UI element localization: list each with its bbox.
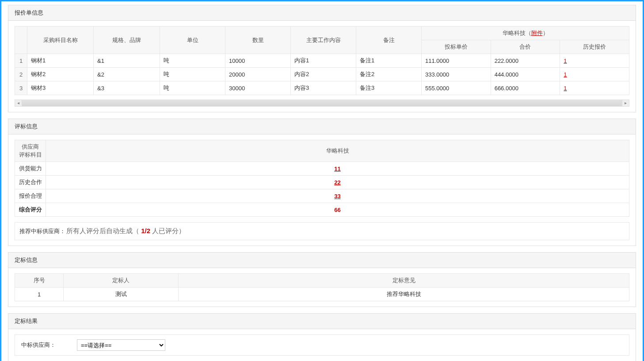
eval-panel-body: 供应商 评标科目 华略科技 供货能力11历史合作22报价合理33综合评分66 推…	[8, 134, 636, 246]
recommend-fraction: 1/2	[141, 227, 150, 234]
eval-header-left-l1: 供应商	[19, 143, 42, 151]
cell-history: 1	[560, 54, 629, 68]
cell-person: 测试	[64, 288, 179, 301]
decision-col-idx: 序号	[15, 274, 64, 288]
quote-panel: 报价单信息 采购科目名称 规格、品牌 单位 数里 主要工作内容 备注 华略科技（…	[8, 5, 636, 112]
cell-unit: 吨	[160, 68, 225, 81]
supplier-name-tail: ）	[543, 30, 549, 36]
eval-table: 供应商 评标科目 华略科技 供货能力11历史合作22报价合理33综合评分66	[15, 140, 629, 217]
cell-total: 222.0000	[491, 54, 560, 68]
decision-col-person: 定标人	[64, 274, 179, 288]
score-value: 66	[334, 207, 340, 213]
cell-note: 备注2	[356, 68, 422, 81]
cell-spec: &1	[94, 54, 160, 68]
cell-unit: 吨	[160, 81, 225, 95]
row-index: 1	[15, 54, 27, 68]
decision-table: 序号 定标人 定标意见 1测试推荐华略科技	[15, 273, 629, 301]
history-link[interactable]: 1	[564, 85, 567, 92]
cell-spec: &2	[94, 68, 160, 81]
row-index: 3	[15, 81, 27, 95]
cell-history: 1	[560, 68, 629, 81]
quote-col-bidprice: 投标单价	[422, 40, 491, 54]
recommend-box: 推荐中标供应商： 所有人评分后自动生成（ 1/2 人已评分）	[15, 222, 629, 240]
cell-work: 内容2	[291, 68, 356, 81]
score-link[interactable]: 22	[334, 179, 340, 186]
recommend-text: 所有人评分后自动生成（ 1/2 人已评分）	[66, 227, 626, 235]
eval-row-label: 供货能力	[15, 162, 46, 176]
cell-history: 1	[560, 81, 629, 95]
eval-header-left-l2: 评标科目	[19, 151, 42, 159]
eval-panel-title: 评标信息	[8, 119, 636, 134]
horizontal-scrollbar[interactable]: ◂ ▸	[15, 100, 629, 107]
cell-unit: 吨	[160, 54, 225, 68]
cell-qty: 30000	[225, 81, 291, 95]
cell-bidprice: 555.0000	[422, 81, 491, 95]
eval-row-label: 综合评分	[15, 203, 46, 217]
cell-spec: &3	[94, 81, 160, 95]
eval-header-supplier: 华略科技	[46, 140, 629, 162]
eval-row-label: 历史合作	[15, 176, 46, 189]
supplier-name: 华略科技（	[503, 30, 531, 36]
quote-col-name: 采购科目名称	[27, 27, 94, 54]
result-panel: 定标结果 中标供应商： ==请选择==	[8, 313, 636, 361]
cell-note: 备注1	[356, 54, 422, 68]
cell-qty: 10000	[225, 54, 291, 68]
quote-col-qty: 数里	[225, 27, 291, 54]
result-panel-body: 中标供应商： ==请选择==	[8, 329, 636, 361]
eval-row-value: 66	[46, 203, 629, 217]
decision-panel-body: 序号 定标人 定标意见 1测试推荐华略科技	[8, 268, 636, 307]
recommend-label: 推荐中标供应商：	[18, 227, 66, 235]
decision-col-opinion: 定标意见	[179, 274, 629, 288]
table-row: 1测试推荐华略科技	[15, 288, 629, 301]
decision-panel-title: 定标信息	[8, 253, 636, 268]
cell-bidprice: 111.0000	[422, 54, 491, 68]
eval-row-value: 22	[46, 176, 629, 189]
cell-opinion: 推荐华略科技	[179, 288, 629, 301]
quote-col-unit: 单位	[160, 27, 225, 54]
cell-name: 钢材2	[27, 68, 94, 81]
quote-panel-body: 采购科目名称 规格、品牌 单位 数里 主要工作内容 备注 华略科技（附件） 投标…	[8, 21, 636, 112]
attachment-link[interactable]: 附件	[531, 30, 543, 36]
eval-header-left: 供应商 评标科目	[15, 140, 46, 162]
scroll-left-icon[interactable]: ◂	[15, 100, 22, 106]
table-row: 1钢材1&1吨10000内容1备注1111.0000222.00001	[15, 54, 629, 68]
cell-name: 钢材3	[27, 81, 94, 95]
quote-table: 采购科目名称 规格、品牌 单位 数里 主要工作内容 备注 华略科技（附件） 投标…	[15, 26, 629, 95]
scroll-track[interactable]	[22, 100, 622, 106]
cell-bidprice: 333.0000	[422, 68, 491, 81]
result-row: 中标供应商： ==请选择==	[15, 334, 629, 356]
history-link[interactable]: 1	[564, 58, 567, 64]
quote-col-idx	[15, 27, 27, 54]
quote-col-total: 合价	[491, 40, 560, 54]
quote-col-supplier-group: 华略科技（附件）	[422, 27, 629, 40]
recommend-prefix: 所有人评分后自动生成（	[66, 227, 139, 234]
eval-row-value: 11	[46, 162, 629, 176]
eval-row-value: 33	[46, 189, 629, 203]
table-row: 2钢材2&2吨20000内容2备注2333.0000444.00001	[15, 68, 629, 81]
score-link[interactable]: 11	[334, 165, 340, 172]
cell-total: 666.0000	[491, 81, 560, 95]
decision-panel: 定标信息 序号 定标人 定标意见 1测试推荐华略科技	[8, 252, 636, 307]
cell-work: 内容1	[291, 54, 356, 68]
recommend-suffix: 人已评分）	[152, 227, 185, 234]
history-link[interactable]: 1	[564, 71, 567, 78]
eval-row-label: 报价合理	[15, 189, 46, 203]
quote-col-note: 备注	[356, 27, 422, 54]
table-row: 报价合理33	[15, 189, 629, 203]
quote-col-work: 主要工作内容	[291, 27, 356, 54]
page-frame: 报价单信息 采购科目名称 规格、品牌 单位 数里 主要工作内容 备注 华略科技（…	[0, 0, 644, 361]
table-row: 综合评分66	[15, 203, 629, 217]
score-link[interactable]: 33	[334, 193, 340, 200]
scroll-right-icon[interactable]: ▸	[622, 100, 629, 106]
cell-note: 备注3	[356, 81, 422, 95]
quote-col-history: 历史报价	[560, 40, 629, 54]
supplier-select[interactable]: ==请选择==	[77, 339, 165, 351]
cell-name: 钢材1	[27, 54, 94, 68]
table-row: 历史合作22	[15, 176, 629, 189]
table-row: 3钢材3&3吨30000内容3备注3555.0000666.00001	[15, 81, 629, 95]
cell-qty: 20000	[225, 68, 291, 81]
cell-total: 444.0000	[491, 68, 560, 81]
eval-panel: 评标信息 供应商 评标科目 华略科技 供货能力11历史合作22报价合理33综合评…	[8, 119, 636, 246]
cell-idx: 1	[15, 288, 64, 301]
cell-work: 内容3	[291, 81, 356, 95]
